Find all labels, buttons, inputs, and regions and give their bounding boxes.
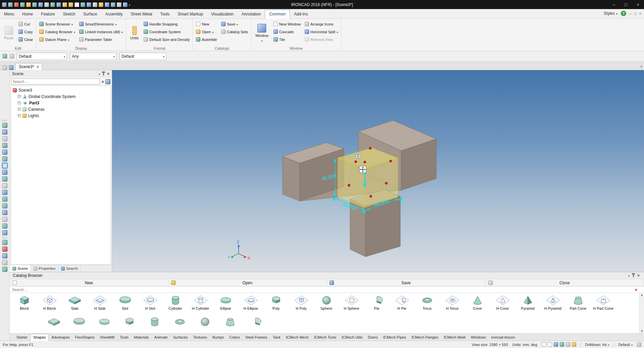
tab-annotation[interactable]: Annotation — [238, 10, 265, 18]
redo-icon[interactable] — [68, 2, 73, 7]
document-tab-scene3[interactable]: Scene3* — [15, 63, 42, 70]
left-toolbar-icon[interactable] — [2, 170, 7, 175]
catalog-open-button[interactable]: Open — [195, 28, 218, 35]
pan-icon[interactable] — [560, 342, 564, 347]
tab-surface[interactable]: Surface — [79, 10, 101, 18]
tree-item-global-coordinate-system[interactable]: Global Coordinate System — [11, 93, 110, 100]
tab-overflow-icon[interactable] — [641, 64, 642, 68]
tab-home[interactable]: Home — [18, 10, 37, 18]
export-icon[interactable] — [32, 2, 37, 7]
tab-tools[interactable]: Tools — [156, 10, 174, 18]
parameter-table-button[interactable]: Parameter Table — [78, 36, 124, 43]
catalog-tab-icmech-pipes[interactable]: ICMech Pipes — [381, 334, 409, 341]
scene-search-input[interactable] — [11, 79, 100, 85]
print-preview-icon[interactable] — [44, 2, 49, 7]
panel-menu-icon[interactable] — [628, 273, 630, 278]
pin-panel-icon[interactable] — [9, 65, 13, 70]
catalog-item[interactable] — [192, 315, 217, 333]
catalog-item-h-sphere[interactable]: H Sphere — [339, 294, 364, 315]
catalog-item-h-cylinder[interactable]: H Cylinder — [188, 294, 213, 315]
catalog-item-pyramid[interactable]: Pyramid — [515, 294, 540, 315]
autohide-button[interactable]: AutoHide — [195, 36, 218, 43]
help-icon[interactable]: ? — [621, 11, 626, 16]
catalog-item[interactable] — [217, 315, 243, 333]
tree-item-scene3[interactable]: Scene3 — [11, 87, 110, 93]
catalog-tab-tank[interactable]: Tank — [270, 334, 283, 341]
open-icon[interactable] — [8, 2, 13, 7]
left-toolbar-icon[interactable] — [2, 217, 7, 222]
catalog-item-torus[interactable]: Torus — [414, 294, 440, 315]
scene-browser-button[interactable]: Scene Browser — [38, 20, 76, 28]
remove-view-button[interactable]: Remove View — [304, 36, 339, 43]
arrange-icons-button[interactable]: Arrange Icons — [304, 20, 339, 28]
left-toolbar-icon[interactable] — [2, 210, 7, 215]
print-icon[interactable] — [38, 2, 43, 7]
cut-button[interactable]: Cut — [17, 20, 34, 28]
zoom-out-icon[interactable] — [548, 342, 552, 347]
units-button[interactable]: Units — [128, 20, 141, 46]
expand-icon[interactable] — [18, 114, 21, 117]
catalog-item-h-poly[interactable]: H Poly — [289, 294, 314, 315]
tab-sketch[interactable]: Sketch — [59, 10, 79, 18]
catalog-item-h-cone[interactable]: H Cone — [490, 294, 515, 315]
catalog-item-pie[interactable]: Pie — [364, 294, 389, 315]
catalog-tab-windows[interactable]: Windows — [468, 334, 489, 341]
status-config-dropdown[interactable]: Default — [618, 343, 633, 347]
window-button[interactable]: Window — [253, 20, 270, 46]
catalog-tab-tools[interactable]: Tools — [117, 334, 131, 341]
maximize-button[interactable]: □ — [620, 0, 632, 9]
left-toolbar-icon[interactable] — [2, 230, 7, 235]
catalog-new-button[interactable]: New — [195, 20, 218, 28]
catalog-item-cone[interactable]: Cone — [465, 294, 490, 315]
tree-item-part3[interactable]: Part3 — [11, 100, 110, 106]
configuration-select[interactable]: Default — [119, 53, 166, 60]
catalog-item-h-slot[interactable]: H Slot — [138, 294, 163, 315]
catalog-item-ellipse[interactable]: Ellipse — [213, 294, 238, 315]
catalog-tab-icmech-mech[interactable]: ICMech Mech — [283, 334, 311, 341]
cascade-button[interactable]: Cascade — [273, 28, 302, 35]
search-options-icon[interactable] — [105, 79, 110, 84]
catalog-tab-steel-frames[interactable]: Steel Frames — [243, 334, 270, 341]
catalog-tab-textures[interactable]: Textures — [190, 334, 210, 341]
catalog-tab-animatn[interactable]: Animatn — [152, 334, 170, 341]
tab-smart-markup[interactable]: Smart Markup — [174, 10, 207, 18]
catalog-qat-icon[interactable] — [99, 2, 103, 7]
catalog-tab-shapes[interactable]: Shapes — [30, 334, 49, 341]
catalog-item[interactable] — [92, 315, 117, 333]
paste-button[interactable]: Paste — [2, 20, 15, 46]
left-toolbar-icon[interactable] — [2, 203, 7, 208]
left-toolbar-icon[interactable] — [2, 143, 7, 148]
save-all-icon[interactable] — [20, 2, 25, 7]
selection-filter-select[interactable]: Any — [70, 53, 117, 60]
options-icon[interactable] — [117, 2, 121, 7]
render-style-select[interactable]: Default — [17, 53, 67, 60]
catalog-tab-flexshapes[interactable]: FlexShapes — [72, 334, 97, 341]
catalog-item-h-slab[interactable]: H Slab — [87, 294, 112, 315]
catalog-item-h-block[interactable]: H Block — [37, 294, 62, 315]
zoom-in-icon[interactable] — [542, 342, 546, 347]
left-toolbar-icon[interactable] — [2, 150, 7, 155]
help-qat-icon[interactable] — [123, 2, 128, 7]
catalog-save-button[interactable]: Save — [327, 279, 486, 286]
catalog-scrollbar[interactable]: ▲ ▼ — [639, 293, 644, 333]
settings-icon[interactable] — [93, 2, 97, 7]
catalog-tab-materials[interactable]: Materials — [131, 334, 152, 341]
catalog-tab-surfaces[interactable]: Surfaces — [170, 334, 190, 341]
catalog-tab-colors[interactable]: Colors — [227, 334, 243, 341]
drilldown-dropdown[interactable]: Drilldown: Int — [585, 343, 609, 347]
catalog-tab-ironcad-lesson[interactable]: ironcad lesson — [489, 334, 518, 341]
doc-close-button[interactable]: × — [639, 11, 641, 15]
left-toolbar-icon[interactable] — [2, 253, 7, 258]
catalog-tab-advshapes[interactable]: Advshapes — [49, 334, 72, 341]
clear-catalog-search-icon[interactable] — [635, 287, 637, 292]
tab-scene[interactable]: Scene — [10, 265, 31, 272]
catalog-item[interactable] — [66, 315, 92, 333]
tab-visualization[interactable]: Visualization — [207, 10, 238, 18]
smartdimensions-button[interactable]: SmartDimensions — [78, 20, 124, 28]
horizontal-split-button[interactable]: Horizontal Split — [304, 28, 339, 35]
pointer-icon[interactable] — [10, 54, 14, 58]
viewport-canvas[interactable]: 40.000 60.000 99.000 — [112, 70, 644, 272]
zoom-icon[interactable] — [75, 2, 79, 7]
doc-restore-button[interactable]: □ — [634, 11, 637, 15]
render-icon[interactable] — [87, 2, 91, 7]
